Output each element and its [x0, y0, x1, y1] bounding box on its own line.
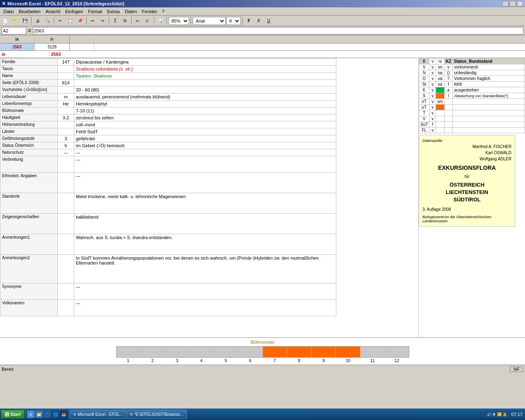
- table-row: Standorte Meist trockene, meist kalk- u.…: [0, 193, 336, 214]
- val-hauf: zerstreut bis selten: [74, 114, 336, 121]
- redo-button[interactable]: ↪: [98, 16, 107, 25]
- menu-help[interactable]: ?: [160, 8, 167, 15]
- sep5: [131, 17, 132, 25]
- label-ethno: Ethnobot. Angaben: [0, 173, 58, 193]
- media-icon[interactable]: 🎵: [43, 411, 51, 418]
- cut-button[interactable]: ✂: [56, 16, 65, 25]
- window-title: Microsoft Excel - EFÖLS3_12_2010 [Schrei…: [7, 1, 124, 6]
- label-lf: Lebenformentyp: [0, 100, 58, 107]
- fx-button[interactable]: fx: [121, 16, 130, 25]
- table-row: Verbreitung ---: [0, 156, 336, 173]
- globe-icon[interactable]: 🌐: [52, 411, 59, 418]
- restore-button[interactable]: □: [509, 1, 516, 7]
- bloom-chart-area: Blühmonate 1 2 3 4 5 6 7 8 9: [0, 337, 525, 365]
- menu-datei[interactable]: Datei: [1, 8, 16, 15]
- selected-label[interactable]: ix: [0, 52, 49, 57]
- table-row: Synonyme ---: [0, 283, 336, 300]
- sep2: [54, 17, 54, 25]
- window-controls[interactable]: ─ □ ✕: [502, 1, 523, 7]
- label-hoh: Höhenverbreitung: [0, 121, 58, 128]
- folder-icon[interactable]: 📁: [35, 411, 43, 418]
- ie-icon[interactable]: e: [27, 411, 34, 418]
- underline-button[interactable]: U: [264, 16, 273, 25]
- status-table: B v ni KZ Status_Bundesland V v sn v vor…: [419, 58, 525, 133]
- nf-indicator: NF: [510, 366, 523, 372]
- selected-value[interactable]: 2563: [49, 52, 525, 57]
- firefox-icon[interactable]: 🦊: [60, 411, 67, 418]
- val-lf: Hemikryptophyt: [74, 100, 336, 107]
- fontsize-dropdown[interactable]: 8: [226, 17, 241, 25]
- val-seite: [74, 80, 336, 87]
- val-stand: Meist trockene, meist kalk- u. lehmreich…: [74, 193, 336, 214]
- sum-button[interactable]: Σ: [111, 16, 120, 25]
- menu-extras[interactable]: Extras: [105, 8, 122, 15]
- in-value-cell[interactable]: 3129: [35, 43, 70, 50]
- label-familie: Familie: [0, 59, 58, 66]
- table-row: Volksnamen ---: [0, 300, 336, 316]
- book-for: für: [422, 174, 511, 179]
- book-title: EXKURSIONSFLORA: [422, 164, 511, 171]
- sep7: [167, 17, 167, 25]
- formula-equals: =: [28, 27, 31, 34]
- font-dropdown[interactable]: Arial: [193, 17, 226, 25]
- bloom-seg-9: [312, 347, 336, 357]
- ix-value-cell[interactable]: 2563: [0, 43, 35, 50]
- table-row: Taxon Scabiosa columbaria (s. str.): [0, 66, 336, 73]
- zoom-dropdown[interactable]: 85% 100%: [169, 17, 189, 25]
- taskbar-excel-item[interactable]: ✕ Microsoft Excel - EFÖL...: [70, 410, 126, 419]
- new-button[interactable]: 📄: [1, 16, 10, 25]
- menu-einfuegen[interactable]: Einfügen: [63, 8, 85, 15]
- open-button[interactable]: 📂: [11, 16, 20, 25]
- close-button[interactable]: ✕: [517, 1, 523, 7]
- sort-asc-button[interactable]: A↑: [133, 16, 142, 25]
- label-bluh: Blühmonate: [0, 107, 58, 114]
- bloom-seg-5: [214, 347, 239, 357]
- bloom-seg-2: [141, 347, 165, 357]
- sep1: [31, 17, 32, 25]
- sep6: [154, 17, 154, 25]
- taskbar-botanik-item[interactable]: ✕ *E:\EFÖLS2007\Botanisc...: [127, 410, 187, 419]
- num-status-at: h: [58, 142, 74, 149]
- bloom-seg-3: [165, 347, 190, 357]
- table-row: Status Österreich h im Gebiet (=Ö) heimi…: [0, 142, 336, 149]
- menu-format[interactable]: Format: [85, 8, 105, 15]
- preview-button[interactable]: 🔍: [43, 16, 52, 25]
- menu-bearbeiten[interactable]: Bearbeiten: [16, 8, 43, 15]
- table-row: Anmerkungen1 Wahrsch. aus S. lucida × S.…: [0, 234, 336, 255]
- book-edition: 3. Auflage 2008: [422, 207, 511, 212]
- italic-button[interactable]: K: [254, 16, 263, 25]
- val-verbr: ---: [74, 156, 336, 173]
- label-natur: Naturschutz: [0, 149, 58, 156]
- minimize-button[interactable]: ─: [502, 1, 509, 7]
- num-natur: ---: [58, 149, 74, 156]
- sort-desc-button[interactable]: Z↓: [143, 16, 152, 25]
- val-familie: Dipsacaceae / Kardengew.: [74, 59, 336, 66]
- val-leben: ausdauernd, perennierend (mehrmals blühe…: [74, 94, 336, 100]
- table-row: Zeigereigenschaften kalkliebend: [0, 214, 336, 234]
- menu-daten[interactable]: Daten: [122, 8, 139, 15]
- menu-fenster[interactable]: Fenster: [139, 8, 160, 15]
- formula-input[interactable]: [33, 27, 523, 34]
- label-zeiger: Zeigereigenschaften: [0, 214, 58, 234]
- menu-ansicht[interactable]: Ansicht: [43, 8, 63, 15]
- undo-button[interactable]: ↩: [88, 16, 97, 25]
- cell-reference-input[interactable]: [2, 27, 26, 34]
- tray-icons: 🔊 🖥 📶 🔒: [487, 412, 507, 416]
- table-row: Blühmonate 7-10 (11): [0, 107, 336, 114]
- copy-button[interactable]: 📋: [66, 16, 75, 25]
- chart-button[interactable]: 📊: [156, 16, 165, 25]
- val-name: Tauben- Skabiose: [74, 73, 336, 80]
- bold-button[interactable]: F: [244, 16, 253, 25]
- paste-button[interactable]: 📌: [75, 16, 84, 25]
- save-button[interactable]: 💾: [21, 16, 30, 25]
- label-syn: Synonyme: [0, 283, 58, 300]
- num-seite: 814: [58, 80, 74, 87]
- table-row: Höhenverbreitung coll–mont: [0, 121, 336, 128]
- sep8: [191, 17, 191, 25]
- system-tray: 🔊 🖥 📶 🔒 07:17: [485, 411, 524, 418]
- start-button[interactable]: ⊞ Start: [1, 410, 24, 419]
- datasource-label: Datenquelle:: [422, 139, 511, 143]
- label-hauf: Häufigkeit: [0, 114, 58, 121]
- status-header: Status_Bundesland: [453, 59, 525, 64]
- print-button[interactable]: 🖨: [33, 16, 42, 25]
